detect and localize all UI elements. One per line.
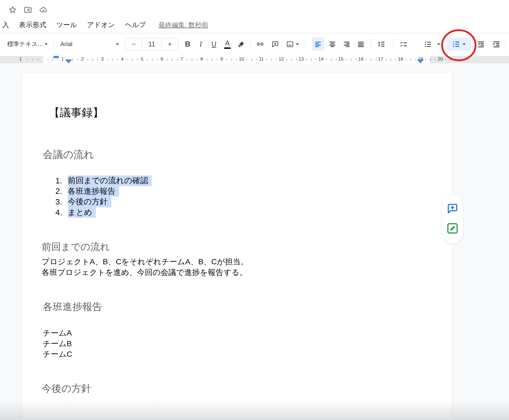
ruler-tick <box>172 58 173 61</box>
add-comment-icon <box>446 202 459 215</box>
menu-item[interactable]: 入 <box>2 20 9 29</box>
ruler-tick <box>132 58 133 61</box>
agenda-list[interactable]: 1.前回までの流れの確認2.各班進捗報告3.今後の方針4.まとめ <box>22 175 152 218</box>
ruler-number: 20 <box>438 56 443 62</box>
ruler-number: 5 <box>141 56 143 62</box>
last-edit-link[interactable]: 最終編集: 数秒前 <box>159 21 208 29</box>
team-list[interactable]: チームAチームBチームC <box>43 328 72 359</box>
document-page[interactable]: 【議事録】 会議の流れ 1.前回までの流れの確認2.各班進捗報告3.今後の方針4… <box>22 73 452 420</box>
ruler-tick <box>192 58 192 61</box>
menu-bar: 入表示形式ツールアドオンヘルプ 最終編集: 数秒前 <box>0 16 509 33</box>
decrease-font-size-button[interactable]: − <box>126 38 142 50</box>
decrease-indent-button[interactable] <box>474 38 488 51</box>
insert-image-button[interactable] <box>283 38 302 51</box>
italic-button[interactable]: I <box>195 38 207 51</box>
paragraph-line: プロジェクトA、B、CをそれぞれチームA、B、Cが担当。 <box>42 256 248 267</box>
ruler-number: 14 <box>318 56 324 62</box>
divider <box>371 39 371 49</box>
numbered-list-button[interactable]: 123 <box>446 38 471 51</box>
ruler-tick <box>92 58 93 61</box>
ruler-tick <box>336 59 336 60</box>
agenda-item[interactable]: 1.前回までの流れの確認 <box>55 175 152 186</box>
font-size-group: − 11 + <box>125 38 178 50</box>
ruler-tick <box>112 58 113 61</box>
ruler-tick <box>276 59 277 60</box>
ruler-number: 7 <box>180 56 183 62</box>
ruler-tick <box>72 58 73 61</box>
folder-move-icon[interactable] <box>24 5 32 14</box>
add-comment-icon <box>271 40 279 48</box>
ruler-tick <box>77 59 78 60</box>
doc-title[interactable]: 【議事録】 <box>49 105 104 120</box>
ruler-tick <box>231 58 232 61</box>
ruler-tick <box>247 59 247 60</box>
increase-font-size-button[interactable]: + <box>162 38 178 50</box>
divider <box>305 39 305 49</box>
ruler-tick <box>227 59 227 60</box>
text-color-button[interactable]: A <box>221 38 234 51</box>
ruler-number: 13 <box>299 56 304 62</box>
ruler-number: 15 <box>338 56 344 62</box>
menu-item[interactable]: 表示形式 <box>19 20 46 29</box>
underline-button[interactable]: U <box>208 38 220 51</box>
align-center-button[interactable] <box>326 38 339 51</box>
chevron-down-icon <box>116 43 119 45</box>
ruler-tick <box>217 59 217 60</box>
menu-item[interactable]: ツール <box>56 20 77 29</box>
paragraph-previous[interactable]: プロジェクトA、B、CをそれぞれチームA、B、Cが担当。 各班プロジェクトを進め… <box>42 256 248 277</box>
heading-agenda[interactable]: 会議の流れ <box>43 148 94 161</box>
paragraph-style-value: 標準テキス... <box>7 40 43 48</box>
font-size-value[interactable]: 11 <box>142 38 162 50</box>
chevron-down-icon <box>462 43 466 45</box>
ruler-tick <box>406 59 406 60</box>
increase-indent-button[interactable] <box>490 38 503 51</box>
agenda-item-text: 前回までの流れの確認 <box>68 175 152 186</box>
right-indent-marker[interactable] <box>417 59 424 63</box>
ruler-tick <box>316 59 316 60</box>
agenda-item[interactable]: 3.今後の方針 <box>55 197 152 207</box>
decrease-indent-icon <box>477 40 485 48</box>
ruler-number: 17 <box>378 56 383 62</box>
team-line: チームA <box>43 328 72 338</box>
agenda-item[interactable]: 2.各班進捗報告 <box>55 186 152 197</box>
heading-policy[interactable]: 今後の方針 <box>42 382 91 395</box>
add-comment-button-floating[interactable] <box>446 202 459 215</box>
suggest-edits-button[interactable] <box>446 222 459 235</box>
line-spacing-button[interactable] <box>374 38 388 51</box>
divider <box>53 39 54 49</box>
heading-progress[interactable]: 各班進捗報告 <box>43 300 102 314</box>
line-spacing-icon <box>377 40 385 48</box>
menu-item[interactable]: アドオン <box>87 20 115 29</box>
ruler-tick <box>117 59 118 60</box>
highlight-color-button[interactable] <box>235 38 248 51</box>
ruler-tick <box>376 59 376 60</box>
ruler[interactable]: 1 1234567891011121314151617181920 <box>0 55 509 64</box>
ruler-number: 8 <box>200 56 203 62</box>
checklist-button[interactable] <box>397 38 411 51</box>
star-icon[interactable] <box>8 5 17 14</box>
paragraph-style-select[interactable]: 標準テキス... <box>4 38 51 51</box>
align-right-button[interactable] <box>340 38 353 51</box>
ruler-tick <box>48 59 48 60</box>
insert-link-button[interactable] <box>253 38 267 51</box>
ruler-number: 4 <box>121 56 123 62</box>
bulleted-list-options-button[interactable] <box>436 38 442 51</box>
bulleted-list-button[interactable] <box>421 38 434 51</box>
cloud-check-icon[interactable] <box>39 5 48 14</box>
add-comment-button[interactable] <box>268 38 282 51</box>
agenda-item[interactable]: 4.まとめ <box>55 207 152 218</box>
menu-item[interactable]: ヘルプ <box>125 20 146 29</box>
ruler-tick <box>152 58 152 61</box>
align-left-button[interactable] <box>312 38 324 51</box>
left-indent-marker[interactable] <box>65 59 72 63</box>
font-select[interactable]: Arial <box>57 38 122 51</box>
justify-button[interactable] <box>355 38 367 51</box>
bold-button[interactable]: B <box>182 38 194 51</box>
heading-previous[interactable]: 前回までの流れ <box>42 240 110 253</box>
ruler-tick <box>356 59 356 60</box>
ruler-tick <box>266 59 267 60</box>
chevron-down-icon <box>44 43 48 45</box>
ruler-tick <box>445 59 446 60</box>
first-line-indent-marker[interactable] <box>53 56 59 58</box>
ruler-tick <box>127 59 128 60</box>
